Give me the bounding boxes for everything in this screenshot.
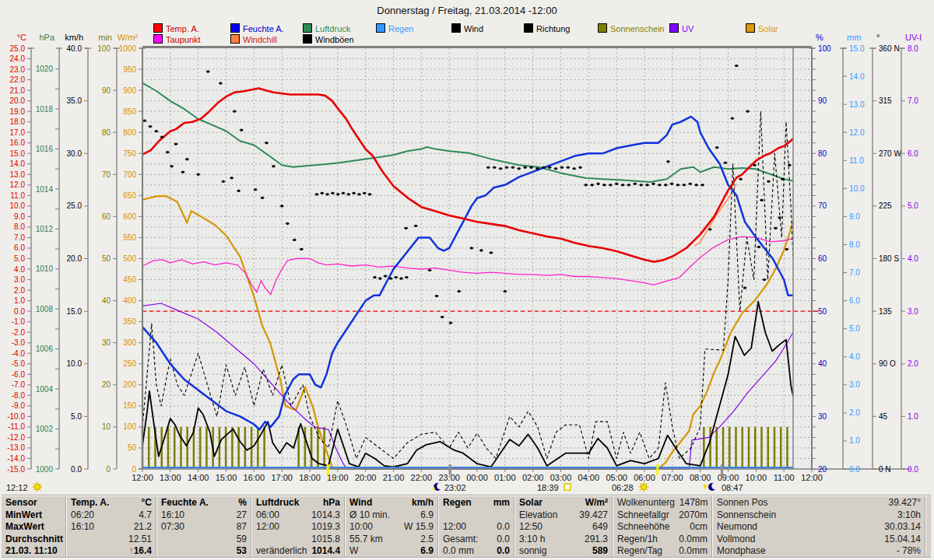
stat-row: 12:001019.3 [256,521,340,534]
marker-time: 23:02 [444,483,466,492]
stat-row: 53 [161,545,247,557]
svg-text:00:00: 00:00 [466,473,488,482]
svg-text:7.0: 7.0 [14,233,25,242]
svg-text:3.0: 3.0 [908,307,918,316]
axis-unit-mm: mm [847,33,861,42]
svg-text:500: 500 [123,254,136,263]
stat-label: Schneefallgr [617,509,669,522]
svg-text:0.0: 0.0 [71,465,82,474]
legend-item-regen: Regen [376,23,413,33]
legend-item-solar: Solar [746,23,778,33]
svg-text:1.0: 1.0 [908,412,918,421]
svg-text:1.0: 1.0 [849,436,860,445]
axis-km/h: 0.05.010.015.020.025.030.035.040.0km/h [65,33,91,474]
stat-value: 27 [237,509,247,522]
stat-label: 12:50 [519,521,542,534]
svg-text:30: 30 [102,338,111,347]
stat-row: MinWert [5,509,61,522]
stat-value: 1014.3 [311,509,340,522]
stat-row [443,509,510,522]
stat-value: 39.427 [579,509,608,522]
stat-value: 53 [237,545,247,557]
svg-text:40: 40 [102,296,111,305]
svg-text:8.0: 8.0 [908,44,918,53]
svg-text:2.0: 2.0 [908,359,918,368]
svg-text:-3.0: -3.0 [12,338,26,347]
svg-text:850: 850 [123,107,136,116]
stat-row: 12:000.0 [443,521,510,534]
weather-chart[interactable]: -15.0-14.0-13.0-12.0-11.0-10.0-9.0-8.0-7… [0,0,934,495]
axis-unit-km/h: km/h [65,33,83,42]
stat-value: 3:10h [897,509,921,522]
x-axis-labels: 12:0013:0014:0015:0016:0017:0018:0019:00… [132,469,823,482]
svg-text:400: 400 [123,296,136,305]
legend-item-feuchte-a-: Feuchte A. [230,23,284,33]
svg-text:700: 700 [123,170,136,179]
svg-text:15.0: 15.0 [849,44,865,53]
svg-text:1014: 1014 [36,185,54,194]
stats-table: SensorMinWertMaxWertDurchschnitt21.03. 1… [2,495,931,558]
svg-text:14.0: 14.0 [10,159,26,168]
svg-text:5.0: 5.0 [14,254,25,263]
svg-text:21.0: 21.0 [10,86,26,95]
svg-text:0.0: 0.0 [14,307,25,316]
legend-swatch [303,34,312,44]
stat-column-1: Temp. A.°C06:204.716:1021.212.51↑16.4 [67,496,157,557]
svg-text:19.0: 19.0 [10,107,26,116]
stat-label: 12:00 [256,521,279,534]
legend-label: Richtung [536,24,570,33]
svg-text:25.0: 25.0 [10,44,26,53]
svg-text:20:00: 20:00 [355,473,377,482]
svg-text:-13.0: -13.0 [7,443,25,452]
svg-text:1008: 1008 [36,305,54,313]
svg-text:23.0: 23.0 [10,65,26,74]
axis-UV-I: 0.01.02.03.04.05.06.07.08.0UV-I [898,33,922,474]
stat-label: Sensor [5,497,37,509]
svg-text:60: 60 [102,212,111,221]
stat-row: 07:3087 [161,521,247,534]
stat-row: Ø 10 min.6.9 [349,509,434,522]
stat-column-5: Regenmm12:000.0Gesamt:0.00.0 mm0.0 [439,496,515,557]
legend-swatch [524,23,533,33]
svg-text:0: 0 [132,465,136,474]
stat-value: W/m² [585,497,608,509]
legend-label: Regen [388,24,413,33]
stat-label: Sonnen Pos [717,497,767,509]
legend-swatch [230,23,240,33]
svg-text:02:00: 02:00 [522,473,544,482]
svg-text:90 O: 90 O [879,359,896,368]
stat-value: 15.04.14 [884,534,921,546]
marker-time: 08:47 [722,483,743,492]
legend-swatch [746,23,755,33]
legend-label: Windchill [243,35,277,44]
legend-label: Solar [758,24,778,33]
stat-label: Regen [443,497,472,509]
axis-unit-hPa: hPa [39,33,54,42]
legend-label: Windböen [315,35,354,44]
stat-label: 06:20 [71,509,94,522]
svg-text:300: 300 [123,338,136,347]
stat-label: 16:10 [161,509,184,522]
svg-text:4.0: 4.0 [849,352,860,361]
stat-value: 1015.8 [311,534,340,546]
svg-text:800: 800 [123,128,136,137]
legend-swatch [669,23,679,33]
svg-text:05:00: 05:00 [606,473,627,482]
stat-row: MaxWert [5,521,61,534]
svg-text:-8.0: -8.0 [12,391,26,400]
stat-label: Elevation [519,509,557,522]
stat-value: 0.0 [497,534,510,546]
stat-value: 21.2 [134,521,152,534]
svg-text:360 N: 360 N [879,44,900,53]
svg-text:9.0: 9.0 [14,212,25,221]
svg-text:10.0: 10.0 [67,359,83,368]
stat-value: 1019.3 [311,521,340,534]
stat-value: 87 [237,521,247,534]
stat-value: °C [142,497,152,509]
stat-value: 30.03.14 [884,521,921,534]
svg-text:450: 450 [123,275,136,284]
legend-item-windb-en: Windböen [303,34,354,44]
svg-text:40: 40 [818,359,827,368]
svg-text:-11.0: -11.0 [8,422,25,431]
svg-text:14.0: 14.0 [849,72,865,81]
